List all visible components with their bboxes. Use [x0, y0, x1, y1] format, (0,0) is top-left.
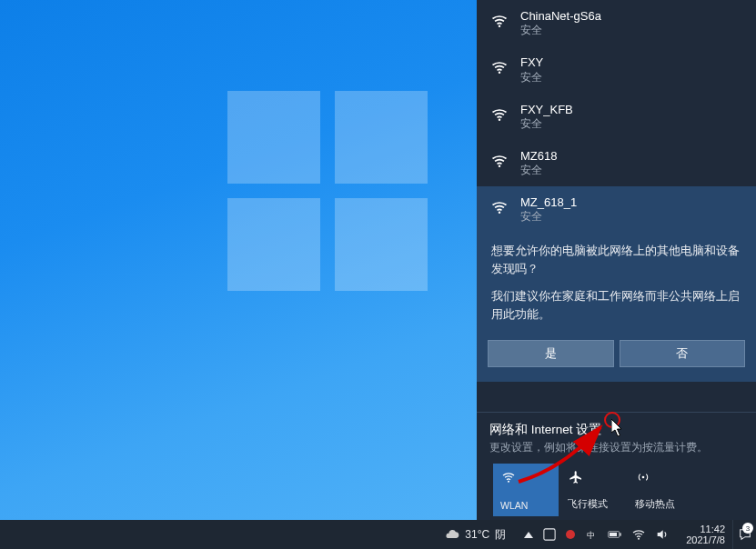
settings-subtitle: 更改设置，例如将某连接设置为按流量计费。	[489, 441, 743, 454]
taskbar: 31°C 阴 中 11:42 2021/7/8 3	[0, 520, 756, 549]
network-status: 安全	[520, 71, 543, 85]
svg-rect-11	[610, 533, 617, 536]
svg-point-0	[499, 25, 501, 28]
network-status: 安全	[520, 117, 573, 131]
svg-point-12	[638, 538, 640, 540]
yes-button[interactable]: 是	[488, 340, 614, 367]
svg-point-2	[499, 118, 501, 121]
volume-icon[interactable]	[655, 527, 670, 542]
wifi-tray-icon[interactable]	[631, 527, 646, 542]
wlan-tile[interactable]: WLAN	[493, 464, 559, 516]
wifi-icon	[489, 105, 509, 125]
clock-date: 2021/7/8	[686, 534, 725, 545]
weather-desc: 阴	[495, 527, 506, 543]
network-status: 安全	[520, 24, 601, 37]
tile-label: 移动热点	[635, 498, 675, 511]
wifi-icon	[489, 197, 509, 217]
network-status: 安全	[520, 164, 557, 177]
network-item[interactable]: ChinaNet-gS6a 安全	[477, 0, 756, 46]
wifi-flyout-panel: ChinaNet-gS6a 安全 FXY 安全 FXY_KFB 安全	[477, 0, 756, 520]
network-discovery-prompt: 想要允许你的电脑被此网络上的其他电脑和设备发现吗？ 我们建议你在家庭和工作网络而…	[477, 236, 756, 336]
hotspot-tile[interactable]: 移动热点	[628, 464, 693, 516]
hotspot-icon	[635, 469, 651, 485]
taskbar-clock[interactable]: 11:42 2021/7/8	[679, 524, 732, 545]
svg-text:中: 中	[587, 531, 595, 540]
yes-button-label: 是	[545, 345, 557, 362]
network-name: MZ618	[520, 149, 557, 164]
no-button-label: 否	[676, 345, 688, 362]
network-name: MZ_618_1	[520, 195, 577, 210]
svg-rect-7	[544, 529, 555, 540]
no-button[interactable]: 否	[620, 340, 746, 367]
tile-label: 飞行模式	[568, 498, 608, 511]
tray-app-icon[interactable]	[542, 527, 557, 542]
cloud-icon	[445, 527, 459, 542]
network-item[interactable]: MZ618 安全	[477, 140, 756, 186]
wifi-icon	[489, 151, 509, 171]
quick-action-tiles: WLAN 飞行模式 移动热点	[489, 454, 743, 520]
network-list: ChinaNet-gS6a 安全 FXY 安全 FXY_KFB 安全	[477, 0, 756, 382]
network-status: 安全	[520, 210, 577, 224]
prompt-button-row: 是 否	[477, 336, 756, 382]
network-name: ChinaNet-gS6a	[520, 9, 601, 24]
wifi-icon	[500, 469, 517, 485]
svg-rect-10	[620, 533, 621, 535]
action-center-button[interactable]: 3	[732, 520, 756, 549]
tray-overflow-icon[interactable]	[524, 532, 533, 538]
clock-time: 11:42	[700, 524, 725, 534]
svg-point-3	[499, 165, 501, 167]
airplane-mode-tile[interactable]: 飞行模式	[560, 464, 626, 516]
network-settings-link[interactable]: 网络和 Internet 设置 更改设置，例如将某连接设置为按流量计费。 WLA…	[477, 412, 756, 520]
battery-icon[interactable]	[608, 527, 622, 542]
weather-widget[interactable]: 31°C 阴	[436, 520, 515, 549]
prompt-question: 想要允许你的电脑被此网络上的其他电脑和设备发现吗？	[491, 242, 741, 278]
svg-point-5	[508, 481, 509, 483]
network-name: FXY	[520, 55, 543, 70]
prompt-advice: 我们建议你在家庭和工作网络而非公共网络上启用此功能。	[491, 287, 741, 324]
network-item-selected[interactable]: MZ_618_1 安全	[477, 186, 756, 236]
network-item[interactable]: FXY 安全	[477, 46, 756, 93]
svg-point-4	[499, 212, 501, 215]
ime-icon[interactable]: 中	[584, 527, 599, 542]
weather-temp: 31°C	[465, 528, 489, 541]
recording-icon[interactable]	[566, 530, 575, 539]
svg-point-1	[499, 72, 501, 75]
airplane-icon	[568, 469, 584, 485]
system-tray: 中	[515, 520, 679, 549]
network-name: FXY_KFB	[520, 103, 573, 117]
tile-label: WLAN	[500, 500, 528, 511]
svg-point-6	[642, 476, 645, 479]
notification-count-badge: 3	[742, 523, 753, 534]
settings-title: 网络和 Internet 设置	[489, 422, 743, 438]
network-item[interactable]: FXY_KFB 安全	[477, 94, 756, 140]
wifi-icon	[489, 11, 509, 31]
wifi-icon	[489, 57, 509, 77]
